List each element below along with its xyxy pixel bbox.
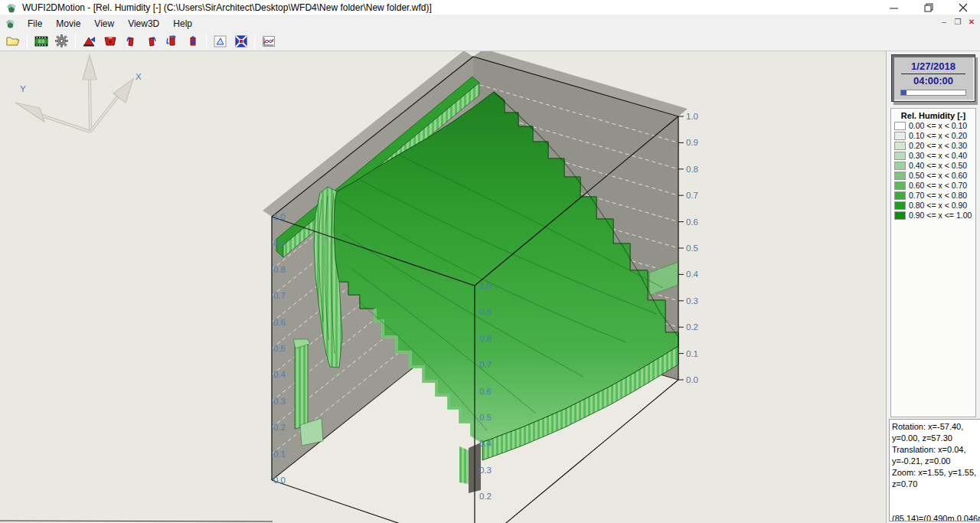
svg-text:0.8: 0.8 <box>686 165 698 174</box>
legend-entry: 0.80 <= x < 0.90 <box>894 201 975 210</box>
movie-film-button[interactable] <box>31 33 51 50</box>
svg-text:0.2: 0.2 <box>686 322 698 332</box>
menu-view[interactable]: View <box>87 16 121 31</box>
wufi-motion-app-icon <box>5 2 18 14</box>
info-line <box>892 502 980 513</box>
perspective-icon <box>214 35 227 47</box>
svg-text:X: X <box>136 72 142 81</box>
svg-text:0.2: 0.2 <box>479 492 492 501</box>
menu-movie[interactable]: Movie <box>49 16 87 31</box>
svg-text:1.0: 1.0 <box>479 281 492 290</box>
svg-text:0.3: 0.3 <box>479 466 492 475</box>
svg-text:0.0: 0.0 <box>273 476 286 485</box>
simulation-progress-fill <box>901 90 906 95</box>
settings-gear-button[interactable] <box>52 33 71 50</box>
rotate-left-button[interactable] <box>121 33 140 50</box>
child-minimize-button[interactable]: – <box>938 17 950 28</box>
rotate-free-button[interactable] <box>162 33 181 50</box>
svg-text:0.4: 0.4 <box>686 270 699 279</box>
result-graph-icon <box>262 35 276 47</box>
svg-text:0.7: 0.7 <box>479 360 492 369</box>
legend-entry: 0.40 <= x < 0.50 <box>894 161 975 170</box>
settings-gear-icon <box>55 34 68 47</box>
svg-text:1.0: 1.0 <box>273 212 286 221</box>
child-window-icon <box>5 18 16 29</box>
svg-text:0.2: 0.2 <box>273 423 286 432</box>
toolbar-separator <box>206 34 207 49</box>
info-line: (85,14)=(0.490m,0.046m) <box>892 513 980 521</box>
minimize-icon <box>890 4 898 12</box>
toolbar-separator <box>254 34 255 49</box>
minimize-button[interactable] <box>877 0 911 15</box>
svg-text:0.6: 0.6 <box>479 387 492 396</box>
center-view-icon <box>234 35 248 47</box>
child-close-button[interactable]: ✕ <box>965 17 978 28</box>
clock-divider <box>901 74 965 74</box>
svg-text:0.5: 0.5 <box>686 244 698 253</box>
svg-text:1.0: 1.0 <box>686 112 698 121</box>
close-button[interactable] <box>946 0 980 15</box>
menu-view3d[interactable]: View3D <box>121 16 166 31</box>
toolbar <box>0 31 980 51</box>
child-restore-button[interactable]: ❐ <box>952 17 964 28</box>
legend-label: 0.10 <= x < 0.20 <box>909 131 967 140</box>
info-line: z=0.70 <box>892 479 980 490</box>
menu-help[interactable]: Help <box>166 16 199 31</box>
movie-film-icon <box>34 35 48 47</box>
center-view-button[interactable] <box>231 33 250 50</box>
open-file-button[interactable] <box>4 33 23 50</box>
info-line <box>892 490 980 502</box>
legend-swatch <box>894 181 906 190</box>
clock-date: 1/27/2018 <box>892 60 975 72</box>
svg-text:0.8: 0.8 <box>273 265 286 274</box>
child-window-controls: – ❐ ✕ <box>938 17 978 28</box>
legend-swatch <box>894 142 906 150</box>
rotate-right-button[interactable] <box>142 33 161 50</box>
legend-entry: 0.30 <= x < 0.40 <box>894 151 975 160</box>
rotate-free-icon <box>165 35 179 47</box>
view-info-panel: Rotation: x=-57.40, y=0.00, z=57.30 Tran… <box>889 419 980 521</box>
legend-label: 0.60 <= x < 0.70 <box>909 181 967 190</box>
svg-text:0.9: 0.9 <box>686 138 698 147</box>
legend-label: 0.70 <= x < 0.80 <box>909 191 967 200</box>
main-area: 1.00.90.80.70.60.50.40.30.20.10.01.00.90… <box>0 51 980 523</box>
close-icon <box>959 3 968 12</box>
svg-text:0.4: 0.4 <box>273 370 286 379</box>
reset-view-button[interactable] <box>80 33 99 50</box>
info-line: Translation: x=0.04, <box>892 444 980 456</box>
info-line: y=-0.21, z=0.00 <box>892 456 980 467</box>
legend-entry: 0.10 <= x < 0.20 <box>894 131 975 140</box>
translate-view-button[interactable] <box>183 33 202 50</box>
legend-entry: 0.50 <= x < 0.60 <box>894 171 975 180</box>
window-title: WUFI2DMotion - [Rel. Humidity [-] (C:\Us… <box>22 2 432 13</box>
perspective-button[interactable] <box>211 33 230 50</box>
legend-swatch <box>894 132 906 140</box>
svg-text:0.7: 0.7 <box>273 291 286 300</box>
info-line: y=0.00, z=57.30 <box>892 433 980 444</box>
svg-text:0.8: 0.8 <box>479 334 492 343</box>
legend-label: 0.30 <= x < 0.40 <box>909 151 967 160</box>
svg-text:0.7: 0.7 <box>686 191 698 200</box>
legend-entry: 0.70 <= x < 0.80 <box>894 191 975 200</box>
open-file-icon <box>6 35 21 47</box>
svg-text:0.9: 0.9 <box>273 238 286 247</box>
menu-bar: File Movie View View3D Help <box>0 15 980 31</box>
legend-label: 0.20 <= x < 0.30 <box>909 141 967 150</box>
3d-viewport[interactable]: 1.00.90.80.70.60.50.40.30.20.10.01.00.90… <box>0 51 886 523</box>
legend-label: 0.90 <= x <= 1.00 <box>909 211 972 220</box>
legend-label: 0.80 <= x < 0.90 <box>909 201 967 210</box>
legend-title: Rel. Humidity [-] <box>891 111 975 120</box>
restore-button[interactable] <box>911 0 946 15</box>
title-bar: WUFI2DMotion - [Rel. Humidity [-] (C:\Us… <box>0 0 980 15</box>
menu-file[interactable]: File <box>21 16 49 31</box>
view-preset-button[interactable] <box>100 33 119 50</box>
result-graph-button[interactable] <box>259 33 278 50</box>
legend-entry: 0.60 <= x < 0.70 <box>894 181 975 190</box>
svg-text:0.1: 0.1 <box>686 349 698 358</box>
svg-text:0.5: 0.5 <box>273 344 286 353</box>
reset-view-icon <box>83 35 96 47</box>
legend-swatch <box>894 152 906 160</box>
svg-text:Y: Y <box>20 84 26 93</box>
restore-icon <box>924 3 933 12</box>
svg-text:0.9: 0.9 <box>479 307 492 316</box>
